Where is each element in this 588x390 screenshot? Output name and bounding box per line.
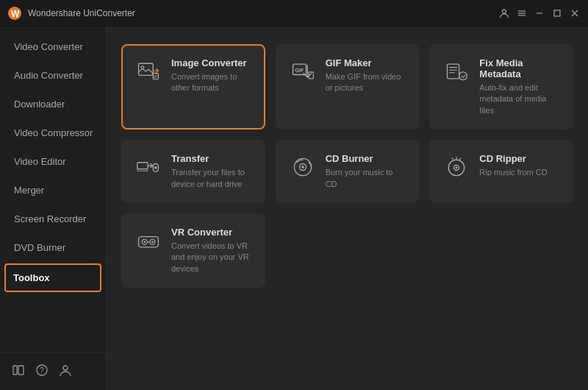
fix-metadata-desc: Auto-fix and edit metadata of media file… [479, 82, 560, 116]
svg-text:W: W [11, 9, 20, 19]
sidebar-item-screen-recorder[interactable]: Screen Recorder [0, 205, 106, 233]
svg-rect-11 [18, 366, 24, 375]
image-converter-icon [135, 57, 162, 85]
cd-ripper-info: CD Ripper Rip music from CD [479, 153, 560, 178]
sidebar-item-toolbox[interactable]: Toolbox [4, 263, 101, 292]
gif-maker-desc: Make GIF from video or pictures [326, 71, 406, 94]
menu-icon[interactable] [516, 7, 528, 19]
transfer-title: Transfer [171, 153, 252, 164]
app-title: Wondershare UniConverter [28, 8, 498, 18]
fix-metadata-title: Fix Media Metadata [479, 57, 560, 79]
vr-converter-title: VR Converter [171, 227, 252, 238]
svg-rect-7 [554, 10, 560, 16]
svg-text:?: ? [40, 366, 44, 375]
close-button[interactable] [569, 7, 581, 19]
user-icon[interactable] [59, 364, 72, 380]
cd-ripper-title: CD Ripper [479, 153, 560, 164]
svg-point-39 [151, 241, 154, 243]
fix-metadata-info: Fix Media Metadata Auto-fix and edit met… [479, 57, 560, 116]
vr-converter-info: VR Converter Convert videos to VR and en… [171, 227, 252, 274]
gif-maker-info: GIF Maker Make GIF from video or picture… [326, 57, 406, 94]
tool-card-gif-maker[interactable]: GIF GIF Maker Make GIF from video or pic… [276, 44, 420, 130]
sidebar-item-video-compressor[interactable]: Video Compressor [0, 118, 106, 147]
cd-burner-desc: Burn your music to CD [326, 167, 406, 190]
app-logo: W [7, 6, 22, 21]
sidebar-item-video-converter[interactable]: Video Converter [0, 32, 106, 61]
main-layout: Video Converter Audio Converter Download… [0, 26, 588, 390]
content-area: Image Converter Convert images to other … [107, 26, 588, 390]
account-icon[interactable] [498, 7, 510, 19]
svg-text:GIF: GIF [295, 68, 304, 74]
tool-grid: Image Converter Convert images to other … [121, 44, 573, 288]
gif-maker-icon: GIF [289, 57, 317, 85]
transfer-icon [135, 153, 162, 181]
cd-ripper-desc: Rip music from CD [479, 167, 560, 178]
svg-rect-21 [448, 64, 459, 79]
svg-point-27 [154, 166, 157, 169]
tool-card-cd-ripper[interactable]: CD Ripper Rip music from CD [429, 140, 573, 203]
sidebar-item-audio-converter[interactable]: Audio Converter [0, 61, 106, 90]
sidebar-item-downloader[interactable]: Downloader [0, 90, 106, 118]
sidebar-item-dvd-burner[interactable]: DVD Burner [0, 233, 106, 262]
cd-ripper-icon [442, 153, 470, 181]
image-converter-info: Image Converter Convert images to other … [171, 57, 252, 94]
svg-point-2 [503, 10, 506, 13]
tool-card-vr-converter[interactable]: VR Converter Convert videos to VR and en… [121, 213, 265, 288]
sidebar-item-video-editor[interactable]: Video Editor [0, 147, 106, 176]
svg-point-33 [456, 167, 458, 169]
sidebar-item-merger[interactable]: Merger [0, 176, 106, 205]
library-icon[interactable] [12, 364, 25, 380]
svg-point-14 [63, 366, 68, 370]
sidebar: Video Converter Audio Converter Download… [0, 26, 107, 390]
svg-rect-23 [137, 163, 148, 169]
tool-card-fix-metadata[interactable]: Fix Media Metadata Auto-fix and edit met… [429, 44, 573, 130]
gif-maker-title: GIF Maker [326, 57, 406, 68]
maximize-button[interactable] [551, 7, 563, 19]
svg-point-38 [143, 241, 146, 243]
sidebar-bottom: ? [0, 352, 106, 390]
cd-burner-title: CD Burner [326, 153, 406, 164]
titlebar: W Wondershare UniConverter [0, 0, 588, 26]
minimize-button[interactable] [534, 7, 545, 19]
vr-converter-desc: Convert videos to VR and enjoy on your V… [171, 241, 252, 274]
tool-card-image-converter[interactable]: Image Converter Convert images to other … [121, 44, 265, 130]
svg-rect-24 [137, 169, 148, 171]
tool-card-cd-burner[interactable]: CD Burner Burn your music to CD [276, 140, 420, 203]
help-icon[interactable]: ? [35, 364, 49, 380]
cd-burner-icon [289, 153, 317, 181]
cd-burner-info: CD Burner Burn your music to CD [326, 153, 406, 190]
svg-point-30 [301, 166, 304, 169]
tool-card-transfer[interactable]: Transfer Transfer your files to device o… [121, 140, 265, 203]
fix-metadata-icon [442, 57, 470, 85]
image-converter-desc: Convert images to other formats [171, 71, 252, 94]
image-converter-title: Image Converter [171, 57, 252, 68]
vr-converter-icon [135, 227, 162, 255]
svg-rect-15 [139, 63, 154, 75]
svg-rect-10 [13, 366, 17, 375]
window-controls [498, 7, 581, 19]
transfer-info: Transfer Transfer your files to device o… [171, 153, 252, 190]
svg-point-22 [459, 72, 467, 80]
transfer-desc: Transfer your files to device or hard dr… [171, 167, 252, 190]
